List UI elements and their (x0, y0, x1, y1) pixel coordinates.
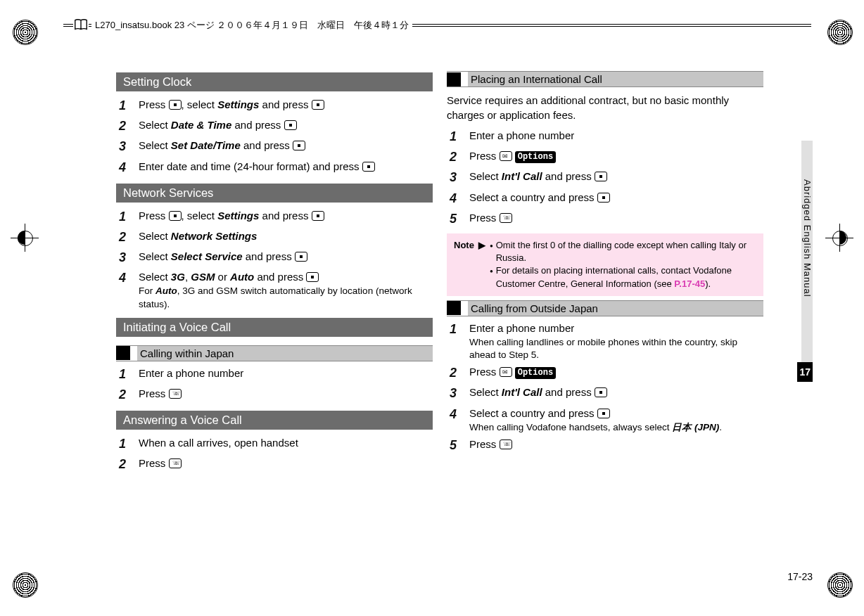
square-button-icon (597, 409, 610, 418)
step-text: Select 3G, GSM or Auto and press For Aut… (139, 269, 433, 310)
step-num: 1 (116, 435, 139, 453)
step-text: Press Options (469, 364, 763, 379)
step-text: Select Set Date/Time and press (139, 138, 433, 153)
call-button-icon (500, 213, 512, 223)
step-num: 2 (116, 456, 139, 473)
step-text: Select Select Service and press (139, 249, 433, 264)
step-text: Press Options (469, 148, 763, 163)
print-crop-mark-tr (825, 18, 853, 46)
section-initiating-voice-call: Initiating a Voice Call (116, 318, 433, 337)
step-text: Press (469, 210, 763, 225)
step-text: Enter a phone numberWhen calling landlin… (469, 321, 763, 361)
print-crop-mark-br (825, 570, 853, 598)
square-button-icon (312, 211, 324, 221)
square-button-icon (293, 141, 305, 150)
page-content: Setting Clock 1Press , select Settings a… (116, 67, 763, 559)
left-column: Setting Clock 1Press , select Settings a… (116, 67, 433, 559)
step-text: Select a country and press (469, 190, 763, 205)
step-num: 1 (447, 321, 469, 338)
section-network-services: Network Services (116, 184, 433, 203)
subsection-placing-intl-call: Placing an International Call (447, 71, 763, 87)
side-tab: Abridged English Manual 17 (799, 70, 813, 556)
subsection-calling-within-japan: Calling within Japan (116, 345, 433, 361)
square-button-icon (295, 252, 307, 262)
step-num: 3 (116, 249, 139, 267)
header-filename: L270_insatsu.book 23 ページ ２００６年４月１９日 水曜日 … (91, 19, 412, 32)
step-text: Press (139, 456, 433, 470)
step-num: 5 (447, 210, 469, 228)
step-num: 1 (116, 97, 139, 115)
black-square-icon (116, 346, 130, 360)
black-square-icon (447, 72, 461, 86)
step-num: 1 (116, 208, 139, 226)
step-text: Enter date and time (24-hour format) and… (139, 159, 433, 174)
right-column: Placing an International Call Service re… (447, 67, 763, 559)
subsection-calling-outside-japan: Calling from Outside Japan (447, 300, 763, 316)
print-crop-mark-tl (11, 18, 39, 46)
step-num: 3 (447, 385, 469, 402)
step-num: 3 (447, 169, 469, 186)
step-num: 2 (116, 386, 139, 404)
page-reference: P.17-45 (674, 278, 705, 289)
square-button-icon (312, 100, 324, 110)
step-num: 1 (116, 366, 139, 383)
square-button-icon (169, 211, 182, 221)
step-num: 4 (447, 190, 469, 207)
step-num: 4 (116, 269, 139, 287)
page-number: 17-23 (787, 571, 813, 582)
side-section-label: Abridged English Manual (802, 179, 813, 297)
note-label: Note (454, 239, 474, 290)
registration-mark-right (825, 224, 853, 252)
call-button-icon (169, 458, 182, 468)
chapter-tab: 17 (797, 362, 813, 382)
step-text: Press (139, 386, 433, 401)
step-num: 4 (447, 406, 469, 423)
message-button-icon (500, 151, 512, 161)
step-num: 2 (116, 229, 139, 246)
step-num: 2 (447, 364, 469, 382)
book-icon (73, 18, 89, 33)
black-square-icon (447, 301, 461, 315)
registration-mark-left (11, 224, 39, 252)
section-answering-voice-call: Answering a Voice Call (116, 411, 433, 430)
step-text: When a call arrives, open handset (139, 435, 433, 450)
step-num: 1 (447, 128, 469, 146)
step-num: 3 (116, 138, 139, 155)
step-text: Press , select Settings and press (139, 208, 433, 223)
call-button-icon (169, 389, 182, 399)
section-setting-clock: Setting Clock (116, 72, 433, 91)
message-button-icon (500, 367, 512, 377)
print-crop-mark-bl (11, 570, 39, 598)
note-body: Omit the first 0 of the dialling code ex… (490, 239, 756, 290)
step-text: Select Date & Time and press (139, 117, 433, 132)
options-badge: Options (515, 151, 556, 163)
options-badge: Options (515, 367, 556, 379)
step-num: 4 (116, 159, 139, 177)
square-button-icon (362, 162, 375, 172)
square-button-icon (597, 193, 610, 203)
intro-text: Service requires an additional contract,… (447, 93, 763, 122)
step-text: Enter a phone number (469, 128, 763, 143)
square-button-icon (284, 120, 297, 130)
step-text: Select Network Settings (139, 229, 433, 243)
step-text: Select Int'l Call and press (469, 169, 763, 184)
step-num: 2 (116, 117, 139, 135)
step-text: Press , select Settings and press (139, 97, 433, 112)
note-box: Note ▶ Omit the first 0 of the dialling … (447, 233, 763, 296)
step-text: Select a country and press When calling … (469, 406, 763, 434)
square-button-icon (595, 387, 607, 397)
square-button-icon (595, 172, 607, 181)
square-button-icon (169, 100, 182, 110)
step-num: 5 (447, 437, 469, 454)
note-arrow-icon: ▶ (478, 239, 485, 290)
call-button-icon (500, 439, 512, 449)
step-num: 2 (447, 148, 469, 166)
square-button-icon (306, 272, 319, 282)
step-text: Press (469, 437, 763, 451)
step-text: Enter a phone number (139, 366, 433, 380)
step-text: Select Int'l Call and press (469, 385, 763, 399)
